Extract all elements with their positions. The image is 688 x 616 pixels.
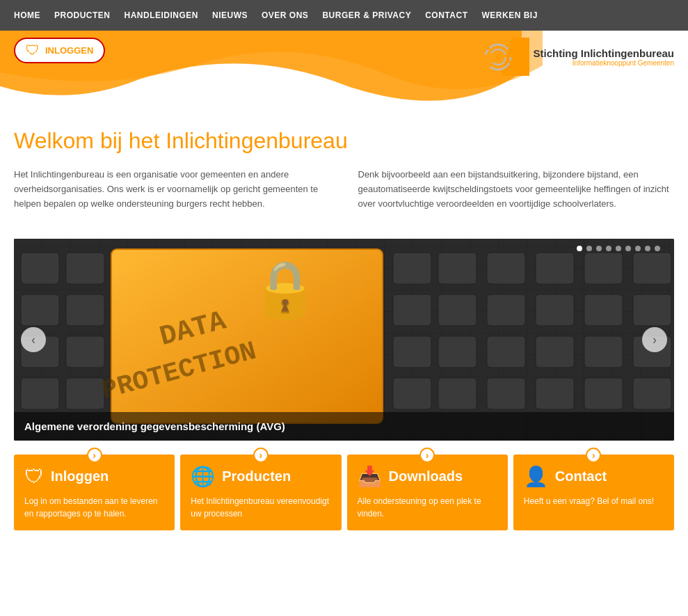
svg-marker-0 <box>502 38 529 76</box>
svg-rect-26 <box>536 294 574 326</box>
welcome-columns: Het Inlichtingenbureau is een organisati… <box>14 168 674 211</box>
carousel-image: 🔒 DATA PROTECTION <box>14 239 674 441</box>
svg-point-6 <box>509 61 511 63</box>
nav-item-burger-privacy[interactable]: BURGER & PRIVACY <box>322 10 411 20</box>
card-contact[interactable]: › 👤 Contact Heeft u een vraag? Bel of ma… <box>513 455 674 530</box>
carousel-dot-6[interactable] <box>625 246 631 251</box>
svg-rect-38 <box>438 378 477 409</box>
svg-rect-42 <box>633 378 671 409</box>
navigation-bar: HOME PRODUCTEN HANDLEIDINGEN NIEUWS OVER… <box>0 0 688 31</box>
svg-rect-32 <box>438 336 477 368</box>
carousel-dot-4[interactable] <box>606 246 611 251</box>
svg-rect-8 <box>21 294 59 326</box>
logo-line1-pre: Stichting Inlichtingen <box>533 47 639 59</box>
card-body-producten: Het Inlichtingenbureau vereenvoudigt uw … <box>191 495 330 520</box>
svg-rect-30 <box>633 294 671 326</box>
nav-item-werken-bij[interactable]: WERKEN BIJ <box>481 10 537 20</box>
card-header-downloads: 📥 Downloads <box>358 465 497 488</box>
card-arrow-inloggen: › <box>87 448 102 463</box>
carousel-caption: Algemene verordening gegevensbescherming… <box>14 412 674 441</box>
svg-rect-37 <box>393 378 431 409</box>
svg-rect-35 <box>584 336 623 368</box>
svg-rect-11 <box>66 253 104 284</box>
logo-icon <box>481 38 529 76</box>
svg-rect-19 <box>393 253 431 284</box>
card-arrow-contact: › <box>586 448 601 463</box>
welcome-col-2: Denk bijvoorbeeld aan een bijstandsuitke… <box>358 168 675 211</box>
svg-rect-34 <box>536 336 574 368</box>
login-label: INLOGGEN <box>45 45 93 56</box>
svg-rect-20 <box>393 294 431 326</box>
nav-item-over-ons[interactable]: OVER ONS <box>262 10 308 20</box>
producten-icon: 🌐 <box>191 465 215 488</box>
login-button[interactable]: 🛡 INLOGGEN <box>14 38 105 63</box>
svg-rect-40 <box>536 378 574 409</box>
card-header-producten: 🌐 Producten <box>191 465 330 488</box>
carousel-next-button[interactable]: › <box>642 327 667 352</box>
card-arrow-producten: › <box>253 448 269 463</box>
card-body-contact: Heeft u een vraag? Bel of mail ons! <box>524 495 664 507</box>
svg-point-4 <box>486 47 490 50</box>
nav-item-home[interactable]: HOME <box>14 10 40 20</box>
svg-rect-41 <box>584 378 623 409</box>
logo-text: Stichting Inlichtingenbureau Informatiek… <box>533 47 674 67</box>
svg-rect-12 <box>66 294 104 326</box>
carousel-dot-2[interactable] <box>586 246 592 251</box>
svg-rect-14 <box>66 378 104 409</box>
card-title-inloggen: Inloggen <box>51 468 109 484</box>
carousel-prev-button[interactable]: ‹ <box>21 327 46 352</box>
card-title-downloads: Downloads <box>389 468 463 484</box>
logo-graphic: Stichting Inlichtingenbureau Informatiek… <box>481 38 674 76</box>
nav-item-contact[interactable]: CONTACT <box>425 10 467 20</box>
svg-rect-15 <box>111 249 383 423</box>
card-title-contact: Contact <box>555 468 607 484</box>
card-title-producten: Producten <box>222 468 291 484</box>
svg-rect-27 <box>584 253 623 284</box>
carousel-dot-5[interactable] <box>616 246 621 251</box>
downloads-icon: 📥 <box>358 465 382 488</box>
carousel-dots <box>577 246 660 251</box>
logo-line1: Stichting Inlichtingenbureau <box>533 47 674 59</box>
svg-rect-7 <box>21 253 59 284</box>
card-header-contact: 👤 Contact <box>524 465 664 488</box>
nav-item-producten[interactable]: PRODUCTEN <box>54 10 111 20</box>
carousel-dot-8[interactable] <box>645 246 650 251</box>
cards-section: › 🛡 Inloggen Log in om bestanden aan te … <box>14 455 674 530</box>
card-producten[interactable]: › 🌐 Producten Het Inlichtingenbureau ver… <box>180 455 341 530</box>
welcome-title: Welkom bij het Inlichtingenbureau <box>14 128 674 154</box>
welcome-col-1: Het Inlichtingenbureau is een organisati… <box>14 168 330 211</box>
carousel-dot-9[interactable] <box>655 246 660 251</box>
svg-rect-29 <box>633 253 671 284</box>
contact-icon: 👤 <box>524 465 548 488</box>
nav-item-nieuws[interactable]: NIEUWS <box>212 10 248 20</box>
header-area: 🛡 INLOGGEN Stichting Inlichtingenb <box>0 31 688 107</box>
svg-point-5 <box>506 45 509 47</box>
svg-rect-10 <box>21 378 59 409</box>
carousel-dot-3[interactable] <box>596 246 602 251</box>
welcome-section: Welkom bij het Inlichtingenbureau Het In… <box>0 107 688 225</box>
svg-rect-23 <box>487 253 525 284</box>
card-downloads[interactable]: › 📥 Downloads Alle ondersteuning op een … <box>347 455 508 530</box>
svg-rect-28 <box>584 294 623 326</box>
carousel-dot-7[interactable] <box>635 246 641 251</box>
nav-item-handleidingen[interactable]: HANDLEIDINGEN <box>125 10 199 20</box>
logo-container: Stichting Inlichtingenbureau Informatiek… <box>481 38 674 76</box>
carousel-section: 🔒 DATA PROTECTION <box>14 239 674 441</box>
shield-icon: 🛡 <box>26 42 40 58</box>
svg-rect-33 <box>487 336 525 368</box>
keyboard-keys-svg: 🔒 DATA PROTECTION <box>14 239 674 441</box>
card-arrow-downloads: › <box>419 448 435 463</box>
logo-line2: Informatieknooppunt Gemeenten <box>533 59 674 67</box>
svg-rect-13 <box>66 336 104 368</box>
carousel-dot-1[interactable] <box>577 246 582 251</box>
card-body-inloggen: Log in om bestanden aan te leveren en ra… <box>24 495 164 520</box>
svg-rect-22 <box>438 294 477 326</box>
svg-rect-21 <box>438 253 477 284</box>
svg-point-3 <box>496 55 500 59</box>
inloggen-icon: 🛡 <box>24 465 44 488</box>
svg-rect-24 <box>487 294 525 326</box>
card-inloggen[interactable]: › 🛡 Inloggen Log in om bestanden aan te … <box>14 455 175 530</box>
card-body-downloads: Alle ondersteuning op een plek te vinden… <box>358 495 497 520</box>
svg-rect-31 <box>393 336 431 368</box>
svg-text:🔒: 🔒 <box>250 256 320 322</box>
